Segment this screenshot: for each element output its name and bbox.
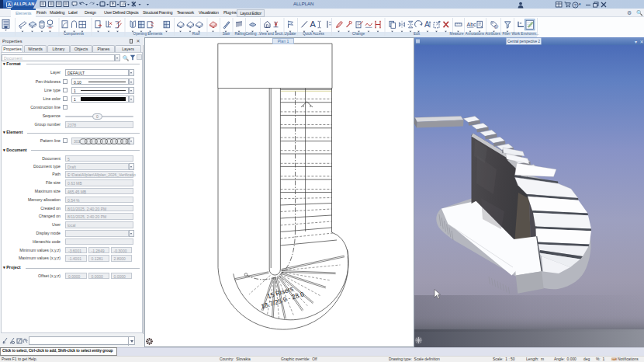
svg-text:✕: ✕ — [640, 40, 644, 44]
svg-text:A: A — [310, 19, 317, 29]
svg-text:▾: ▾ — [635, 40, 637, 44]
svg-text:Central perspective 2: Central perspective 2 — [507, 39, 540, 44]
svg-text:?: ? — [574, 2, 576, 7]
svg-text:@: @ — [494, 24, 499, 29]
svg-text:Abc: Abc — [467, 22, 477, 27]
svg-text:A: A — [424, 20, 430, 29]
